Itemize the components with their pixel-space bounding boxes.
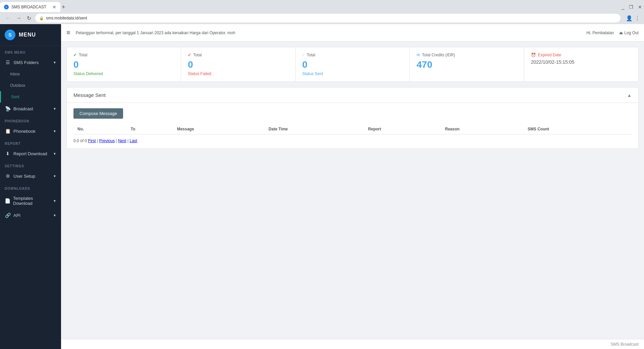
- panel-title: Message Sent: [73, 92, 106, 98]
- address-bar: ← → ↻ 🔒 sms.mobiledata.id/sent 👤 ⋮: [0, 12, 644, 24]
- sidebar-item-templates-download-label: Templates Download: [13, 196, 50, 206]
- stat-value-credits: 470: [417, 59, 517, 70]
- sidebar-item-user-setup-label: User Setup: [13, 174, 35, 179]
- sidebar-item-sent-label: Sent: [11, 95, 19, 99]
- logout-button[interactable]: ⏏ Log Out: [619, 31, 639, 35]
- table-container: No. To Message Date Time Report Reason S…: [73, 124, 632, 143]
- chevron-broadcast-icon: ▼: [53, 107, 56, 111]
- chevron-report-icon: ▼: [53, 152, 56, 156]
- sidebar-item-sms-folders-label: SMS Folders: [13, 60, 39, 65]
- sidebar-logo: S: [5, 30, 15, 40]
- main-content: ≡ Pelanggan terhormat, per tanggal 1 Jan…: [61, 24, 644, 349]
- pagination-last[interactable]: Last: [129, 138, 137, 143]
- browser-tab[interactable]: S SMS BROADCAST ✕: [0, 2, 60, 12]
- chevron-api-icon: ▼: [53, 214, 56, 217]
- section-label-phonebook: PHONEBOOK: [0, 115, 61, 125]
- footer-text: SMS Broadcast: [611, 342, 639, 347]
- stat-label-failed: ✔ Total: [188, 53, 288, 57]
- chevron-settings-icon: ▼: [53, 174, 56, 178]
- message-sent-panel: Message Sent ▲ Compose Message No. To Me…: [66, 87, 639, 149]
- sidebar-item-phonebook-label: Phonebook: [13, 129, 36, 134]
- compose-message-button[interactable]: Compose Message: [73, 108, 123, 119]
- restore-button[interactable]: ❐: [627, 4, 635, 10]
- stat-status-delivered: Status Delivered: [73, 71, 174, 76]
- sidebar-item-templates-download[interactable]: 📄 Templates Download ▼: [0, 192, 61, 209]
- sidebar-item-api[interactable]: 🔗 API ▼: [0, 209, 61, 221]
- reload-button[interactable]: ↻: [25, 14, 33, 22]
- credits-envelope-icon: ✉: [417, 53, 420, 57]
- new-tab-button[interactable]: +: [62, 4, 65, 11]
- sidebar-item-sms-folders[interactable]: ☰ SMS Folders ▼: [0, 56, 61, 68]
- panel-collapse-button[interactable]: ▲: [627, 93, 632, 98]
- chevron-phonebook-icon: ▼: [53, 129, 56, 133]
- phonebook-icon: 📋: [5, 128, 11, 134]
- pagination-previous[interactable]: Previous: [99, 138, 115, 143]
- sms-folders-icon: ☰: [5, 60, 11, 65]
- col-to: To: [127, 124, 173, 134]
- back-button[interactable]: ←: [4, 14, 12, 22]
- stat-value-delivered: 0: [73, 59, 174, 70]
- url-text: sms.mobiledata.id/sent: [46, 16, 87, 20]
- stat-label-expired: ⏰ Expired Date: [531, 53, 632, 57]
- stat-card-sent: ○ Total 0 Status Sent: [296, 47, 410, 81]
- footer: SMS Broadcast: [61, 339, 644, 349]
- user-setup-icon: ⚙: [5, 173, 11, 179]
- delivered-check-icon: ✔: [73, 53, 77, 57]
- content-area: ✔ Total 0 Status Delivered ✔ Total 0 Sta…: [61, 42, 644, 339]
- broadcast-icon: 📡: [5, 106, 11, 111]
- profile-icon[interactable]: 👤: [626, 15, 633, 21]
- panel-body: Compose Message No. To Message Date Time…: [67, 103, 638, 149]
- stat-value-sent: 0: [302, 59, 403, 70]
- close-button[interactable]: ✕: [636, 4, 644, 10]
- section-label-report: REPORT: [0, 137, 61, 148]
- expired-clock-icon: ⏰: [531, 53, 536, 57]
- pagination-next[interactable]: Next: [118, 138, 126, 143]
- sidebar-item-broadcast[interactable]: 📡 Broadcast ▼: [0, 103, 61, 115]
- sidebar-item-phonebook[interactable]: 📋 Phonebook ▼: [0, 125, 61, 137]
- topbar: ≡ Pelanggan terhormat, per tanggal 1 Jan…: [61, 24, 644, 42]
- sidebar-item-broadcast-label: Broadcast: [13, 106, 33, 111]
- stat-status-failed: Status Failed: [188, 71, 288, 76]
- col-datetime: Date Time: [265, 124, 364, 134]
- sidebar-item-outbox-label: Outobox: [10, 83, 25, 88]
- sidebar-title: MENU: [19, 32, 36, 38]
- extensions-icon[interactable]: ⋮: [635, 15, 640, 21]
- stat-card-failed: ✔ Total 0 Status Failed: [181, 47, 296, 81]
- col-message: Message: [173, 124, 265, 134]
- section-label-sms-menu: SMS MENU: [0, 46, 61, 56]
- lock-icon: 🔒: [39, 16, 44, 20]
- tab-favicon: S: [4, 5, 9, 9]
- minimize-button[interactable]: ⎯: [620, 4, 626, 10]
- stat-label-sent: ○ Total: [302, 53, 403, 57]
- pagination-first[interactable]: First: [88, 138, 96, 143]
- sidebar: S MENU SMS MENU ☰ SMS Folders ▼ Inbox Ou…: [0, 24, 61, 349]
- section-label-settings: SETTINGS: [0, 160, 61, 170]
- col-report: Report: [364, 124, 441, 134]
- col-sms-count: SMS Count: [524, 124, 632, 134]
- url-bar[interactable]: 🔒 sms.mobiledata.id/sent: [35, 14, 621, 22]
- col-reason: Reason: [441, 124, 524, 134]
- chevron-icon: ▼: [53, 61, 56, 64]
- sidebar-item-sent[interactable]: Sent: [0, 91, 61, 103]
- logout-label: Log Out: [624, 31, 639, 35]
- topbar-hi-text: Hi, Pembatalan: [586, 31, 614, 35]
- stat-value-failed: 0: [188, 59, 288, 70]
- browser-actions: 👤 ⋮: [626, 15, 640, 21]
- sidebar-item-api-label: API: [13, 213, 20, 218]
- templates-download-icon: 📄: [5, 198, 10, 203]
- sidebar-item-report-download[interactable]: ⬇ Report Download ▼: [0, 148, 61, 160]
- forward-button[interactable]: →: [15, 14, 23, 22]
- tab-close-button[interactable]: ✕: [52, 4, 56, 10]
- sidebar-item-inbox[interactable]: Inbox: [0, 68, 61, 80]
- failed-check-icon: ✔: [188, 53, 191, 57]
- panel-header: Message Sent ▲: [67, 88, 638, 103]
- sent-circle-icon: ○: [302, 53, 305, 57]
- report-download-icon: ⬇: [5, 151, 11, 156]
- sidebar-item-user-setup[interactable]: ⚙ User Setup ▼: [0, 170, 61, 182]
- topbar-menu-icon[interactable]: ≡: [66, 29, 70, 37]
- messages-table: No. To Message Date Time Report Reason S…: [73, 124, 632, 134]
- col-no: No.: [73, 124, 127, 134]
- logout-icon: ⏏: [619, 31, 623, 35]
- stat-label-credits: ✉ Total Credits (IDR): [417, 53, 517, 57]
- sidebar-item-outbox[interactable]: Outobox: [0, 80, 61, 91]
